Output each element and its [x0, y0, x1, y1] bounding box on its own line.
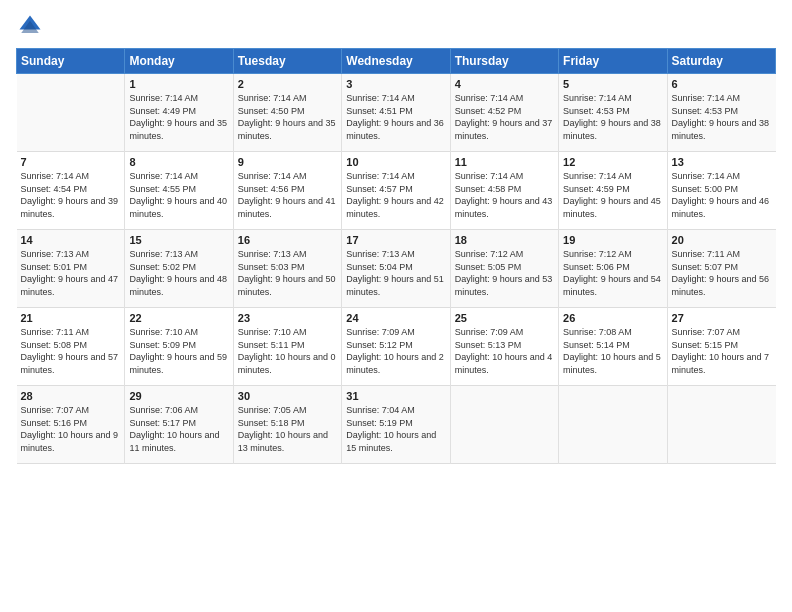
- day-number: 25: [455, 312, 554, 324]
- day-cell: 20Sunrise: 7:11 AMSunset: 5:07 PMDayligh…: [667, 230, 775, 308]
- day-number: 22: [129, 312, 228, 324]
- day-info: Sunrise: 7:11 AMSunset: 5:07 PMDaylight:…: [672, 249, 770, 297]
- day-info: Sunrise: 7:14 AMSunset: 4:57 PMDaylight:…: [346, 171, 444, 219]
- day-number: 17: [346, 234, 445, 246]
- day-info: Sunrise: 7:14 AMSunset: 4:55 PMDaylight:…: [129, 171, 227, 219]
- day-info: Sunrise: 7:09 AMSunset: 5:13 PMDaylight:…: [455, 327, 553, 375]
- day-header: Thursday: [450, 49, 558, 74]
- day-header: Wednesday: [342, 49, 450, 74]
- day-info: Sunrise: 7:14 AMSunset: 4:54 PMDaylight:…: [21, 171, 119, 219]
- day-info: Sunrise: 7:07 AMSunset: 5:15 PMDaylight:…: [672, 327, 770, 375]
- day-cell: [450, 386, 558, 464]
- day-number: 21: [21, 312, 121, 324]
- day-header: Monday: [125, 49, 233, 74]
- day-info: Sunrise: 7:05 AMSunset: 5:18 PMDaylight:…: [238, 405, 328, 453]
- day-header: Sunday: [17, 49, 125, 74]
- day-number: 6: [672, 78, 772, 90]
- day-info: Sunrise: 7:13 AMSunset: 5:02 PMDaylight:…: [129, 249, 227, 297]
- day-cell: [667, 386, 775, 464]
- day-info: Sunrise: 7:04 AMSunset: 5:19 PMDaylight:…: [346, 405, 436, 453]
- day-cell: 23Sunrise: 7:10 AMSunset: 5:11 PMDayligh…: [233, 308, 341, 386]
- day-cell: [17, 74, 125, 152]
- calendar-body: 1Sunrise: 7:14 AMSunset: 4:49 PMDaylight…: [17, 74, 776, 464]
- day-header: Saturday: [667, 49, 775, 74]
- day-info: Sunrise: 7:14 AMSunset: 4:52 PMDaylight:…: [455, 93, 553, 141]
- day-cell: 21Sunrise: 7:11 AMSunset: 5:08 PMDayligh…: [17, 308, 125, 386]
- logo-icon: [16, 12, 44, 40]
- week-row: 1Sunrise: 7:14 AMSunset: 4:49 PMDaylight…: [17, 74, 776, 152]
- day-info: Sunrise: 7:06 AMSunset: 5:17 PMDaylight:…: [129, 405, 219, 453]
- day-header: Friday: [559, 49, 667, 74]
- day-cell: 7Sunrise: 7:14 AMSunset: 4:54 PMDaylight…: [17, 152, 125, 230]
- day-cell: 18Sunrise: 7:12 AMSunset: 5:05 PMDayligh…: [450, 230, 558, 308]
- day-number: 16: [238, 234, 337, 246]
- day-info: Sunrise: 7:10 AMSunset: 5:11 PMDaylight:…: [238, 327, 336, 375]
- calendar-table: SundayMondayTuesdayWednesdayThursdayFrid…: [16, 48, 776, 464]
- day-info: Sunrise: 7:14 AMSunset: 4:49 PMDaylight:…: [129, 93, 227, 141]
- day-cell: 3Sunrise: 7:14 AMSunset: 4:51 PMDaylight…: [342, 74, 450, 152]
- day-info: Sunrise: 7:14 AMSunset: 4:50 PMDaylight:…: [238, 93, 336, 141]
- day-cell: 24Sunrise: 7:09 AMSunset: 5:12 PMDayligh…: [342, 308, 450, 386]
- day-info: Sunrise: 7:07 AMSunset: 5:16 PMDaylight:…: [21, 405, 119, 453]
- day-cell: 13Sunrise: 7:14 AMSunset: 5:00 PMDayligh…: [667, 152, 775, 230]
- day-number: 10: [346, 156, 445, 168]
- day-cell: 10Sunrise: 7:14 AMSunset: 4:57 PMDayligh…: [342, 152, 450, 230]
- day-number: 8: [129, 156, 228, 168]
- day-cell: 28Sunrise: 7:07 AMSunset: 5:16 PMDayligh…: [17, 386, 125, 464]
- day-cell: 25Sunrise: 7:09 AMSunset: 5:13 PMDayligh…: [450, 308, 558, 386]
- day-cell: 31Sunrise: 7:04 AMSunset: 5:19 PMDayligh…: [342, 386, 450, 464]
- day-number: 2: [238, 78, 337, 90]
- day-info: Sunrise: 7:13 AMSunset: 5:04 PMDaylight:…: [346, 249, 444, 297]
- day-info: Sunrise: 7:14 AMSunset: 4:58 PMDaylight:…: [455, 171, 553, 219]
- day-cell: [559, 386, 667, 464]
- day-cell: 12Sunrise: 7:14 AMSunset: 4:59 PMDayligh…: [559, 152, 667, 230]
- day-number: 11: [455, 156, 554, 168]
- day-info: Sunrise: 7:11 AMSunset: 5:08 PMDaylight:…: [21, 327, 119, 375]
- day-info: Sunrise: 7:14 AMSunset: 4:51 PMDaylight:…: [346, 93, 444, 141]
- page: SundayMondayTuesdayWednesdayThursdayFrid…: [0, 0, 792, 612]
- day-number: 15: [129, 234, 228, 246]
- day-cell: 30Sunrise: 7:05 AMSunset: 5:18 PMDayligh…: [233, 386, 341, 464]
- header-row: SundayMondayTuesdayWednesdayThursdayFrid…: [17, 49, 776, 74]
- day-number: 24: [346, 312, 445, 324]
- day-number: 3: [346, 78, 445, 90]
- day-info: Sunrise: 7:14 AMSunset: 4:53 PMDaylight:…: [563, 93, 661, 141]
- day-cell: 6Sunrise: 7:14 AMSunset: 4:53 PMDaylight…: [667, 74, 775, 152]
- calendar-header: SundayMondayTuesdayWednesdayThursdayFrid…: [17, 49, 776, 74]
- day-number: 13: [672, 156, 772, 168]
- day-info: Sunrise: 7:13 AMSunset: 5:01 PMDaylight:…: [21, 249, 119, 297]
- day-info: Sunrise: 7:08 AMSunset: 5:14 PMDaylight:…: [563, 327, 661, 375]
- day-cell: 9Sunrise: 7:14 AMSunset: 4:56 PMDaylight…: [233, 152, 341, 230]
- day-cell: 22Sunrise: 7:10 AMSunset: 5:09 PMDayligh…: [125, 308, 233, 386]
- day-cell: 5Sunrise: 7:14 AMSunset: 4:53 PMDaylight…: [559, 74, 667, 152]
- day-cell: 1Sunrise: 7:14 AMSunset: 4:49 PMDaylight…: [125, 74, 233, 152]
- week-row: 21Sunrise: 7:11 AMSunset: 5:08 PMDayligh…: [17, 308, 776, 386]
- day-cell: 16Sunrise: 7:13 AMSunset: 5:03 PMDayligh…: [233, 230, 341, 308]
- day-cell: 4Sunrise: 7:14 AMSunset: 4:52 PMDaylight…: [450, 74, 558, 152]
- day-info: Sunrise: 7:14 AMSunset: 5:00 PMDaylight:…: [672, 171, 770, 219]
- week-row: 28Sunrise: 7:07 AMSunset: 5:16 PMDayligh…: [17, 386, 776, 464]
- day-number: 4: [455, 78, 554, 90]
- day-info: Sunrise: 7:14 AMSunset: 4:56 PMDaylight:…: [238, 171, 336, 219]
- day-number: 31: [346, 390, 445, 402]
- day-cell: 8Sunrise: 7:14 AMSunset: 4:55 PMDaylight…: [125, 152, 233, 230]
- day-header: Tuesday: [233, 49, 341, 74]
- day-number: 14: [21, 234, 121, 246]
- week-row: 7Sunrise: 7:14 AMSunset: 4:54 PMDaylight…: [17, 152, 776, 230]
- day-cell: 26Sunrise: 7:08 AMSunset: 5:14 PMDayligh…: [559, 308, 667, 386]
- day-info: Sunrise: 7:14 AMSunset: 4:59 PMDaylight:…: [563, 171, 661, 219]
- day-info: Sunrise: 7:12 AMSunset: 5:05 PMDaylight:…: [455, 249, 553, 297]
- day-number: 1: [129, 78, 228, 90]
- day-cell: 17Sunrise: 7:13 AMSunset: 5:04 PMDayligh…: [342, 230, 450, 308]
- day-info: Sunrise: 7:14 AMSunset: 4:53 PMDaylight:…: [672, 93, 770, 141]
- day-number: 29: [129, 390, 228, 402]
- day-number: 30: [238, 390, 337, 402]
- day-number: 23: [238, 312, 337, 324]
- day-cell: 19Sunrise: 7:12 AMSunset: 5:06 PMDayligh…: [559, 230, 667, 308]
- day-number: 19: [563, 234, 662, 246]
- day-info: Sunrise: 7:12 AMSunset: 5:06 PMDaylight:…: [563, 249, 661, 297]
- day-info: Sunrise: 7:09 AMSunset: 5:12 PMDaylight:…: [346, 327, 444, 375]
- day-cell: 29Sunrise: 7:06 AMSunset: 5:17 PMDayligh…: [125, 386, 233, 464]
- day-number: 18: [455, 234, 554, 246]
- day-number: 5: [563, 78, 662, 90]
